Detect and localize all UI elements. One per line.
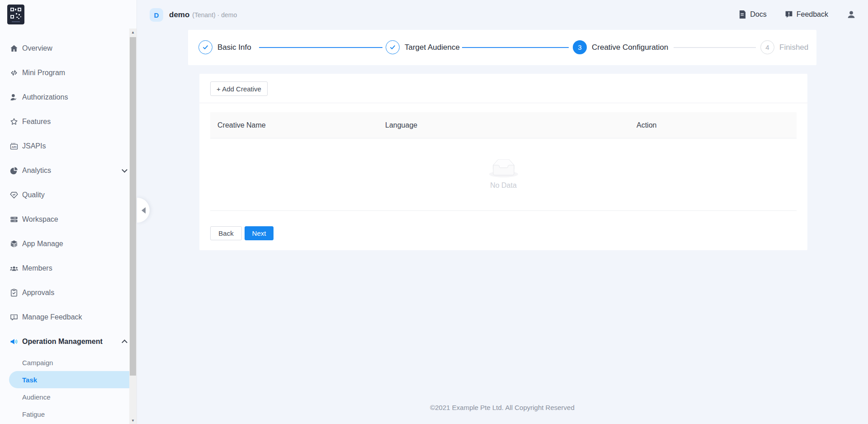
step-connector (259, 47, 382, 48)
sidebar-item-label: Workspace (22, 215, 58, 224)
sidebar-item-label: Mini Program (22, 69, 65, 77)
sidebar-item-label: App Manage (22, 240, 63, 248)
scrollbar-down-arrow-icon[interactable]: ▼ (129, 417, 137, 424)
step-check-icon (386, 40, 400, 54)
step-label: Creative Configuration (592, 43, 668, 52)
divider (199, 103, 807, 103)
docs-button[interactable]: Docs (739, 10, 766, 19)
step-target-audience[interactable]: Target Audience (386, 40, 460, 54)
chevron-up-icon[interactable] (122, 339, 127, 345)
step-number-badge: 4 (760, 40, 774, 54)
column-header-language: Language (378, 121, 629, 129)
sidebar: Overview Mini Program Authorizations Fea… (0, 0, 137, 424)
star-icon (9, 117, 19, 126)
column-header-creative-name: Creative Name (210, 121, 378, 129)
creative-configuration-panel: + Add Creative Creative Name Language Ac… (199, 74, 807, 250)
sidebar-nav: Overview Mini Program Authorizations Fea… (0, 36, 137, 423)
sidebar-item-analytics[interactable]: Analytics (0, 158, 137, 183)
sidebar-subitem-label: Audience (22, 393, 51, 401)
wizard-stepper: Basic Info Target Audience 3 Creative Co… (188, 30, 816, 65)
sidebar-subitem-label: Fatigue (22, 410, 45, 418)
sidebar-subitem-campaign[interactable]: Campaign (0, 354, 137, 371)
collapse-arrow-icon (142, 207, 146, 214)
cube-icon (9, 239, 19, 248)
step-number-badge: 3 (573, 40, 587, 54)
sidebar-item-label: Features (22, 118, 51, 126)
step-creative-configuration[interactable]: 3 Creative Configuration (573, 40, 668, 54)
sidebar-item-features[interactable]: Features (0, 110, 137, 134)
step-label: Target Audience (405, 43, 460, 52)
logo-container (0, 0, 137, 36)
sidebar-item-label: Quality (22, 191, 45, 199)
home-icon (9, 44, 19, 53)
megaphone-icon (9, 337, 19, 346)
feedback-button[interactable]: Feedback (785, 10, 828, 19)
team-icon (9, 264, 19, 273)
sidebar-item-label: Manage Feedback (22, 313, 82, 321)
sidebar-item-operation-management[interactable]: Operation Management (0, 329, 137, 354)
sidebar-subitem-label: Task (22, 376, 37, 384)
gem-icon (9, 191, 19, 200)
sidebar-item-quality[interactable]: Quality (0, 183, 137, 207)
step-finished[interactable]: 4 Finished (760, 40, 808, 54)
sidebar-item-jsapis[interactable]: API JSAPIs (0, 134, 137, 158)
sidebar-item-members[interactable]: Members (0, 256, 137, 281)
empty-box-icon (489, 159, 518, 178)
column-header-action: Action (629, 121, 797, 129)
tenant-meta: (Tenant) · demo (192, 11, 237, 19)
no-data-label: No Data (490, 181, 517, 190)
sidebar-item-label: JSAPIs (22, 142, 46, 150)
step-connector (674, 47, 756, 48)
sidebar-item-label: Approvals (22, 289, 54, 297)
sidebar-item-label: Operation Management (22, 338, 103, 346)
sidebar-collapse-button[interactable] (137, 198, 150, 223)
sidebar-item-approvals[interactable]: Approvals (0, 281, 137, 305)
scrollbar-up-arrow-icon[interactable]: ▲ (129, 29, 137, 36)
tenant-avatar: D (150, 8, 163, 22)
add-creative-button[interactable]: + Add Creative (210, 81, 268, 96)
svg-text:API: API (12, 145, 17, 148)
clipboard-check-icon (9, 288, 19, 297)
step-basic-info[interactable]: Basic Info (198, 40, 251, 54)
sidebar-item-label: Members (22, 264, 52, 272)
sidebar-scrollbar[interactable]: ▲ ▼ (129, 29, 137, 424)
user-check-icon (9, 93, 19, 102)
table-header-row: Creative Name Language Action (210, 112, 797, 138)
sidebar-item-manage-feedback[interactable]: Manage Feedback (0, 305, 137, 329)
qr-code-logo[interactable] (7, 5, 24, 24)
api-icon: API (9, 142, 19, 151)
comment-exclamation-icon (9, 313, 19, 322)
docs-label: Docs (750, 10, 766, 19)
table-empty-state: No Data (210, 138, 797, 211)
step-label: Basic Info (217, 43, 251, 52)
sidebar-item-label: Authorizations (22, 93, 68, 101)
sidebar-item-mini-program[interactable]: Mini Program (0, 61, 137, 85)
sidebar-item-overview[interactable]: Overview (0, 36, 137, 61)
server-icon (9, 215, 19, 224)
step-connector (462, 47, 569, 48)
sidebar-item-label: Overview (22, 44, 52, 52)
back-button[interactable]: Back (210, 226, 242, 240)
sidebar-item-authorizations[interactable]: Authorizations (0, 85, 137, 110)
docs-icon (739, 10, 746, 19)
tenant-name: demo (169, 10, 189, 19)
pie-chart-icon (9, 166, 19, 175)
sidebar-item-app-manage[interactable]: App Manage (0, 232, 137, 256)
chevron-down-icon[interactable] (122, 167, 127, 173)
next-button[interactable]: Next (245, 226, 274, 240)
user-account-icon[interactable] (846, 10, 856, 19)
app-root: Overview Mini Program Authorizations Fea… (0, 0, 868, 424)
sidebar-item-workspace[interactable]: Workspace (0, 207, 137, 232)
feedback-icon (785, 10, 793, 19)
copyright-footer: ©2021 Example Pte Ltd. All Copyright Res… (188, 404, 816, 411)
step-label: Finished (779, 43, 808, 52)
sidebar-subitem-audience[interactable]: Audience (0, 388, 137, 405)
header-actions: Docs Feedback (739, 0, 856, 29)
sidebar-subitem-fatigue[interactable]: Fatigue (0, 405, 137, 423)
feedback-label: Feedback (797, 10, 828, 19)
code-icon (9, 68, 19, 77)
sidebar-subitem-task[interactable]: Task (9, 371, 129, 388)
scrollbar-thumb[interactable] (130, 37, 136, 376)
tenant-switcher[interactable]: D demo (Tenant) · demo (150, 8, 237, 22)
sidebar-subitem-label: Campaign (22, 359, 53, 367)
